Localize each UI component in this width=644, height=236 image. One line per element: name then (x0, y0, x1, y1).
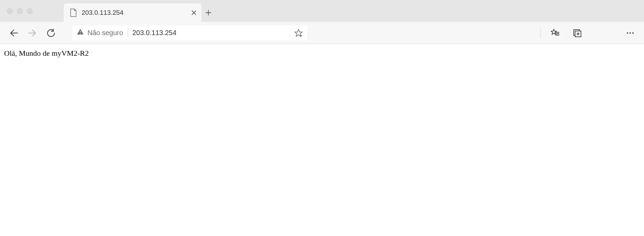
favorite-star-icon[interactable] (294, 29, 303, 37)
window-close-dot[interactable] (7, 8, 13, 14)
svg-rect-0 (80, 31, 81, 33)
file-icon (70, 9, 77, 17)
url-text[interactable]: 203.0.113.254 (132, 29, 290, 37)
refresh-button[interactable] (43, 25, 59, 41)
tab-title: 203.0.113.254 (82, 9, 186, 17)
page-body-text: Olá, Mundo de myVM2-R2 (4, 49, 89, 57)
page-content: Olá, Mundo de myVM2-R2 (0, 44, 644, 63)
address-bar[interactable]: Não seguro 203.0.113.254 (72, 25, 307, 41)
svg-rect-1 (80, 33, 81, 34)
security-indicator[interactable]: Não seguro (76, 28, 128, 37)
svg-point-5 (630, 32, 631, 34)
close-tab-icon[interactable] (191, 10, 197, 15)
svg-point-6 (632, 32, 634, 34)
browser-tab[interactable]: 203.0.113.254 (64, 3, 201, 22)
toolbar: Não seguro 203.0.113.254 (0, 22, 644, 44)
warning-icon (76, 28, 84, 37)
favorites-button[interactable] (548, 25, 563, 41)
window-controls (7, 8, 33, 14)
forward-button (25, 25, 40, 41)
window-minimize-dot[interactable] (17, 8, 23, 14)
svg-point-4 (627, 32, 628, 34)
menu-button[interactable] (623, 25, 638, 41)
collections-button[interactable] (570, 25, 585, 41)
toolbar-divider (540, 28, 541, 38)
toolbar-right (540, 25, 638, 41)
titlebar: 203.0.113.254 (0, 0, 644, 22)
back-button[interactable] (6, 25, 21, 41)
security-label-text: Não seguro (87, 29, 123, 37)
window-maximize-dot[interactable] (27, 8, 33, 14)
new-tab-button[interactable] (201, 3, 215, 22)
